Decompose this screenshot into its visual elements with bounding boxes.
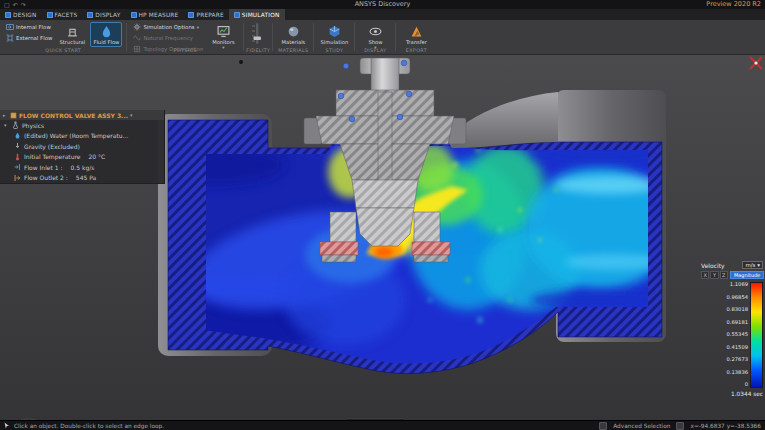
legend-title: Velocity <box>701 262 725 269</box>
tree-item-gravity[interactable]: Gravity (Excluded) <box>0 141 164 152</box>
eye-icon <box>369 25 382 38</box>
ribbon-group-fidelity: FIDELITY <box>244 20 272 54</box>
monitor-chart-icon <box>217 25 230 38</box>
assembly-icon <box>10 112 17 119</box>
chevron-down-icon: ▾ <box>197 26 199 29</box>
seat-right-section <box>414 212 440 242</box>
external-flow-button[interactable]: External Flow <box>4 33 54 43</box>
flow-inlet-icon <box>14 163 21 171</box>
cursor-icon <box>4 422 10 429</box>
design-tab-icon <box>5 12 11 18</box>
save-icon[interactable]: ▢ <box>4 0 10 9</box>
material-sphere-icon <box>287 25 300 38</box>
selection-filter-icon[interactable] <box>599 422 607 430</box>
redo-icon[interactable]: ↷ <box>21 0 26 9</box>
monitors-button[interactable]: Monitors ▾ <box>207 22 239 51</box>
tree-item-flow-outlet[interactable]: Flow Outlet 2 : 545 Pa <box>0 173 164 184</box>
show-button[interactable]: Show ▾ <box>359 22 391 51</box>
ribbon-group-physics: Simulation Options ▾ Natural Frequency T… <box>127 20 243 54</box>
preview-version-label: Preview 2020 R2 <box>706 0 761 9</box>
tree-item-initial-temperature[interactable]: Initial Temperature 20 °C <box>0 152 164 163</box>
title-bar: ▢ ↶ ↷ ANSYS Discovery Preview 2020 R2 <box>0 0 765 9</box>
ribbon-group-materials: Materials MATERIALS <box>273 20 313 54</box>
cursor-coordinates: x=-94.6837 y=-38.5366 <box>690 423 761 429</box>
seat-left-section <box>330 212 356 242</box>
selection-mode-label[interactable]: Advanced Selection <box>613 423 670 429</box>
monitor-point[interactable] <box>239 60 243 64</box>
ribbon-group-study: Simulation STUDY <box>314 20 354 54</box>
chevron-down-icon[interactable]: ▾ <box>130 112 135 118</box>
chevron-down-icon[interactable]: ▾ <box>4 122 9 128</box>
velocity-colorbar <box>750 282 763 388</box>
ansys-discovery-window: ▢ ↶ ↷ ANSYS Discovery Preview 2020 R2 DE… <box>0 0 765 430</box>
hp-measure-tab-icon <box>131 12 137 18</box>
fluid-flow-button[interactable]: Fluid Flow <box>90 22 122 47</box>
transfer-button[interactable]: Transfer <box>400 22 432 47</box>
status-hint: Click an object. Double-click to select … <box>14 423 164 429</box>
flask-icon <box>12 121 19 129</box>
gasket-left-section <box>320 242 358 255</box>
gear-icon <box>133 23 141 31</box>
component-z-button[interactable]: Z <box>720 271 728 279</box>
app-title: ANSYS Discovery <box>355 0 411 9</box>
internal-flow-button[interactable]: Internal Flow <box>4 22 54 32</box>
units-dropdown[interactable]: m/s ▾ <box>742 261 763 269</box>
seat-ring-right <box>414 255 448 262</box>
gasket-right-section <box>412 242 450 255</box>
structural-button[interactable]: Structural <box>56 22 88 47</box>
water-droplet-icon <box>14 132 21 140</box>
chevron-down-icon: ▾ <box>757 262 760 268</box>
seat-ring-left <box>322 255 356 262</box>
structural-icon <box>66 25 79 38</box>
tab-hp-measure[interactable]: HP MEASURE <box>126 9 184 20</box>
3d-viewport[interactable]: ▸ FLOW CONTROL VALVE ASSY 3... ▾ ▾ Physi… <box>0 55 765 420</box>
tab-design[interactable]: DESIGN <box>0 9 42 20</box>
flow-outlet-icon <box>14 174 21 182</box>
status-bar: Click an object. Double-click to select … <box>0 420 765 430</box>
simulation-tab-icon <box>234 12 240 18</box>
thermometer-icon <box>14 153 21 161</box>
ribbon-group-export: Transfer EXPORT <box>396 20 436 54</box>
tab-prepare[interactable]: PREPARE <box>183 9 228 20</box>
facets-tab-icon <box>47 12 53 18</box>
tab-facets[interactable]: FACETS <box>42 9 83 20</box>
internal-flow-icon <box>6 23 14 31</box>
tab-simulation[interactable]: SIMULATION <box>229 9 285 20</box>
component-magnitude-button[interactable]: Magnitude <box>730 271 765 279</box>
materials-button[interactable]: Materials <box>277 22 309 47</box>
chevron-right-icon[interactable]: ▸ <box>3 112 8 118</box>
simulation-time: 1.0344 sec <box>701 391 763 397</box>
tree-item-flow-inlet[interactable]: Flow Inlet 1 : 0.5 kg/s <box>0 162 164 173</box>
natural-frequency-button[interactable]: Natural Frequency <box>131 33 205 43</box>
gravity-arrow-icon <box>14 142 21 150</box>
ribbon-group-display: Show ▾ DISPLAY <box>355 20 395 54</box>
tab-display[interactable]: DISPLAY <box>82 9 125 20</box>
component-x-button[interactable]: X <box>701 271 709 279</box>
ribbon-group-quick-start: Internal Flow External Flow Structural F… <box>0 20 126 54</box>
prepare-tab-icon <box>188 12 194 18</box>
component-y-button[interactable]: Y <box>710 271 718 279</box>
display-tab-icon <box>87 12 93 18</box>
ribbon-tab-row: DESIGN FACETS DISPLAY HP MEASURE PREPARE… <box>0 9 765 20</box>
external-flow-icon <box>6 34 14 42</box>
quick-access-toolbar: ▢ ↶ ↷ <box>4 0 26 9</box>
ansys-logo-icon <box>410 25 423 38</box>
sine-wave-icon <box>133 34 141 42</box>
cage-section <box>352 180 418 208</box>
simulation-button[interactable]: Simulation <box>318 22 350 47</box>
simulation-options-button[interactable]: Simulation Options ▾ <box>131 22 205 32</box>
ribbon: Internal Flow External Flow Structural F… <box>0 20 765 55</box>
fidelity-slider[interactable] <box>248 22 266 46</box>
velocity-legend: Velocity m/s ▾ X Y Z Magnitude 1.10690.9… <box>701 261 763 397</box>
legend-tick-labels: 1.10690.968540.83018 0.691810.553450.415… <box>701 281 748 387</box>
simulation-cube-icon <box>328 25 341 38</box>
structure-tree-panel: ▸ FLOW CONTROL VALVE ASSY 3... ▾ ▾ Physi… <box>0 110 165 184</box>
tree-item-physics[interactable]: ▾ Physics <box>0 120 164 131</box>
valve-stem <box>371 58 399 94</box>
undo-icon[interactable]: ↶ <box>13 0 18 9</box>
tree-root-node[interactable]: ▸ FLOW CONTROL VALVE ASSY 3... ▾ <box>0 110 164 120</box>
fluid-flow-icon <box>100 25 113 38</box>
tree-item-material[interactable]: (Edited) Water (Room Temperatu... <box>0 131 164 142</box>
snap-options-icon[interactable] <box>676 422 684 430</box>
